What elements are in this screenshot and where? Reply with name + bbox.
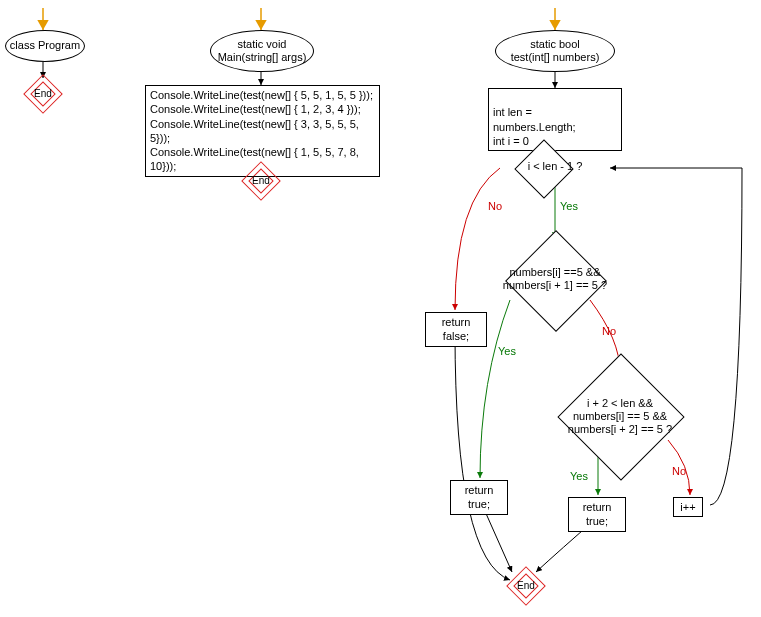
edge-label-d1-yes: Yes xyxy=(560,200,578,212)
fc2-end-node: End xyxy=(247,167,275,195)
fc2-end-label: End xyxy=(247,175,275,186)
fc2-body-line-0: Console.WriteLine(test(new[] { 5, 5, 1, … xyxy=(150,88,375,102)
fc3-return-false-label: return false; xyxy=(442,316,471,342)
edge-label-d3-yes: Yes xyxy=(570,470,588,482)
fc2-body-line-2: Console.WriteLine(test(new[] { 3, 3, 5, … xyxy=(150,117,375,146)
fc3-decision-2 xyxy=(505,230,607,332)
edge-label-d2-no: No xyxy=(602,325,616,337)
edge-label-d1-no: No xyxy=(488,200,502,212)
fc3-return-false-node: return false; xyxy=(425,312,487,347)
fc3-return-true-2-label: return true; xyxy=(583,501,612,527)
flowchart-edges xyxy=(0,0,761,617)
fc3-increment-label: i++ xyxy=(680,501,695,513)
fc2-start-node: static void Main(string[] args) xyxy=(210,30,314,72)
fc3-start-node: static bool test(int[] numbers) xyxy=(495,30,615,72)
fc3-increment-node: i++ xyxy=(673,497,703,517)
fc3-return-true-1-label: return true; xyxy=(465,484,494,510)
fc1-end-label: End xyxy=(29,88,57,99)
fc1-end-node: End xyxy=(29,80,57,108)
fc2-start-label: static void Main(string[] args) xyxy=(218,38,307,64)
fc1-start-label: class Program xyxy=(10,39,80,52)
fc1-start-node: class Program xyxy=(5,30,85,62)
fc3-decision-3 xyxy=(557,353,684,480)
edge-label-d2-yes: Yes xyxy=(498,345,516,357)
fc3-init-label: int len = numbers.Length; int i = 0 xyxy=(493,106,576,147)
fc3-end-label: End xyxy=(512,580,540,591)
fc2-body-line-1: Console.WriteLine(test(new[] { 1, 2, 3, … xyxy=(150,102,375,116)
fc3-start-label: static bool test(int[] numbers) xyxy=(511,38,600,64)
fc3-return-true-2-node: return true; xyxy=(568,497,626,532)
edge-label-d3-no: No xyxy=(672,465,686,477)
fc3-init-node: int len = numbers.Length; int i = 0 xyxy=(488,88,622,151)
fc3-return-true-1-node: return true; xyxy=(450,480,508,515)
fc3-end-node: End xyxy=(512,572,540,600)
